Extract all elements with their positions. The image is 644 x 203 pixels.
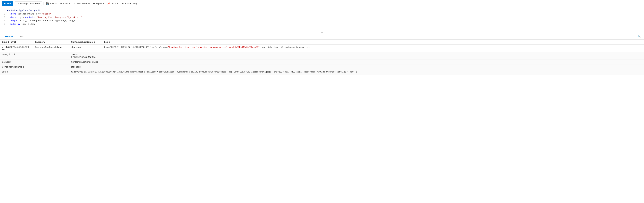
line-number-5: 5 <box>1 23 5 26</box>
format-query-label: Format query <box>124 2 137 5</box>
format-query-button[interactable]: ☰ Format query <box>120 2 138 6</box>
save-label: Save <box>50 2 54 5</box>
cell-container-app: stageapp <box>69 45 102 52</box>
time-range-button[interactable]: Time range : Last hour <box>15 1 42 6</box>
pin-to-label: Pin to <box>111 2 116 5</box>
divider-1 <box>43 2 44 6</box>
expanded-key-logs: Log_s <box>0 69 33 75</box>
export-label: Export <box>96 2 102 5</box>
line-number-4: 4 <box>1 19 5 23</box>
expanded-row-container: ContainerAppName_s stageapp <box>0 64 644 69</box>
expanded-value-container <box>33 64 69 69</box>
col-header-log-s: Log_s <box>102 40 644 45</box>
tabs-left: Results Chart <box>2 34 27 39</box>
table-body: ▾ 11/7/2023, 6:37:14.529 PM ContainerApp… <box>0 45 644 75</box>
code-line-3: 3 | where Log_s contains "Loading Resili… <box>0 16 644 19</box>
expanded-value-container-2: stageapp <box>69 64 102 69</box>
code-line-1: 1 ContainerAppConsoleLogs_CL <box>0 9 644 12</box>
expanded-value-logs-2: time="2023-11-07T18:37:14.5293331669Z" l… <box>69 69 644 75</box>
code-content-3: | where Log_s contains "Loading Resilien… <box>7 16 82 19</box>
code-line-4: 4 | project time_t, Category, ContainerA… <box>0 19 644 23</box>
expanded-key-time: time_t [UTC] <box>0 52 33 60</box>
new-alert-icon: ＋ <box>74 2 76 5</box>
code-editor[interactable]: 1 ContainerAppConsoleLogs_CL 2 | where C… <box>0 7 644 30</box>
expanded-value-time-3 <box>102 52 644 60</box>
export-icon: ↦ <box>93 2 95 5</box>
code-content-1: ContainerAppConsoleLogs_CL <box>7 9 41 12</box>
save-chevron-icon <box>55 3 57 4</box>
tab-results[interactable]: Results <box>2 34 16 39</box>
export-button[interactable]: ↦ Export <box>92 2 106 6</box>
pin-to-button[interactable]: 📌 Pin to <box>106 2 120 6</box>
expand-indicator: ... <box>0 30 644 34</box>
pin-icon: 📌 <box>107 2 110 5</box>
search-icon[interactable]: 🔍 <box>636 34 642 39</box>
share-label: Share <box>62 2 68 5</box>
share-icon: ↪ <box>60 2 62 5</box>
run-label: Run <box>6 2 11 5</box>
expanded-row-time: time_t [UTC] 2023-11-07T18:37:14.5294207… <box>0 52 644 60</box>
expanded-key-container: ContainerAppName_s <box>0 64 33 69</box>
share-button[interactable]: ↪ Share <box>58 2 72 6</box>
results-area: time_t [UTC] Category ContainerAppName_s… <box>0 40 644 75</box>
new-alert-button[interactable]: ＋ New alert rule <box>72 1 91 6</box>
expanded-value-cat-3 <box>102 60 644 64</box>
expanded-value-logs <box>33 69 69 75</box>
col-header-time: time_t [UTC] <box>0 40 33 45</box>
expanded-value-cat <box>33 60 69 64</box>
log-s-highlight: "Loading Resiliency configuration: mycom… <box>168 46 261 49</box>
expanded-value-time <box>33 52 69 60</box>
expanded-value-cat-2: ContainerAppConsoleLogs <box>69 60 102 64</box>
code-content-5: | order by time_t desc <box>7 23 36 26</box>
cell-category: ContainerAppConsoleLogs <box>33 45 69 52</box>
expanded-row-category: Category ContainerAppConsoleLogs <box>0 60 644 64</box>
code-line-5: 5 | order by time_t desc <box>0 23 644 26</box>
play-icon <box>4 3 6 5</box>
col-header-category: Category <box>33 40 69 45</box>
line-number-1: 1 <box>1 9 5 12</box>
share-chevron-icon <box>69 3 70 4</box>
toolbar: Run Time range : Last hour 💾 Save ↪ Shar… <box>0 0 644 7</box>
tab-chart[interactable]: Chart <box>16 34 27 39</box>
expanded-value-time-2: 2023-11-07T18:37:14.5294207Z <box>69 52 102 60</box>
results-table: time_t [UTC] Category ContainerAppName_s… <box>0 40 644 75</box>
cell-time: ▾ 11/7/2023, 6:37:14.529 PM <box>0 45 33 52</box>
expanded-value-container-3 <box>102 64 644 69</box>
time-range-label: Time range : <box>17 2 29 5</box>
time-range-value: Last hour <box>30 2 40 5</box>
format-query-icon: ☰ <box>122 2 124 5</box>
expand-toggle[interactable]: ▾ <box>2 46 3 48</box>
code-content-2: | where ContainerName_s == "daprd" <box>7 12 51 16</box>
pin-chevron-icon <box>117 3 118 4</box>
run-button[interactable]: Run <box>2 1 13 6</box>
table-header-row: time_t [UTC] Category ContainerAppName_s… <box>0 40 644 45</box>
code-line-2: 2 | where ContainerName_s == "daprd" <box>0 12 644 16</box>
tabs-bar: Results Chart 🔍 <box>0 34 644 40</box>
cell-log-s: time="2023-11-07T18:37:14.5293331669Z" l… <box>102 45 644 52</box>
expanded-key-category: Category <box>0 60 33 64</box>
code-content-4: | project time_t, Category, ContainerApp… <box>7 19 75 23</box>
table-header: time_t [UTC] Category ContainerAppName_s… <box>0 40 644 45</box>
log-s-text: time="2023-11-07T18:37:14.5293331669Z" l… <box>104 46 313 49</box>
new-alert-label: New alert rule <box>76 2 90 5</box>
save-icon: 💾 <box>46 2 49 5</box>
table-row: ▾ 11/7/2023, 6:37:14.529 PM ContainerApp… <box>0 45 644 52</box>
export-chevron-icon <box>103 3 104 4</box>
line-number-3: 3 <box>1 16 5 19</box>
line-number-2: 2 <box>1 13 5 16</box>
expanded-row-logs: Log_s time="2023-11-07T18:37:14.52933316… <box>0 69 644 75</box>
save-button[interactable]: 💾 Save <box>45 2 58 6</box>
col-header-container-app: ContainerAppName_s <box>69 40 102 45</box>
